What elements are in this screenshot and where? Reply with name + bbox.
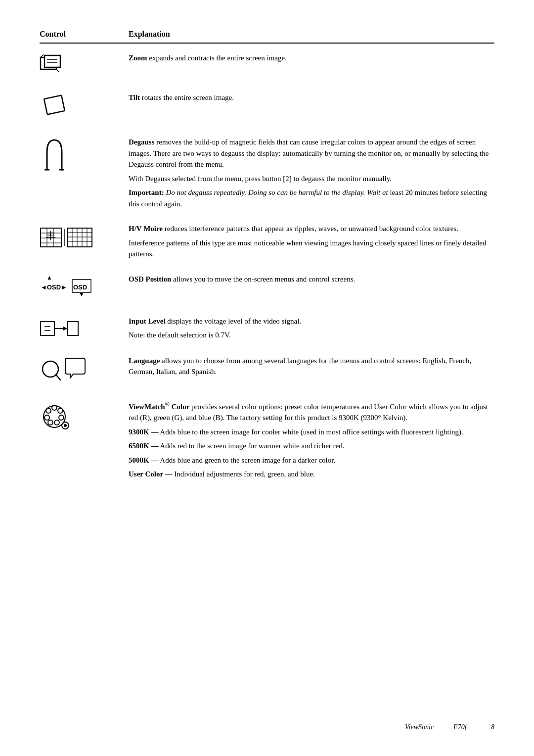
- icon-cell-zoom: [40, 52, 129, 78]
- text-language: Language allows you to choose from among…: [129, 355, 494, 378]
- hv-moire-icon: 丰: [40, 224, 94, 251]
- svg-point-39: [46, 408, 51, 413]
- row-language: Language allows you to choose from among…: [40, 355, 494, 386]
- zoom-icon: [40, 53, 79, 78]
- osd-position-icon: ◄OSD► OSD ▼ ▲: [40, 275, 99, 302]
- icon-cell-language: [40, 355, 129, 386]
- icon-cell-viewmatch: [40, 400, 129, 435]
- icon-cell-input-level: [40, 316, 129, 341]
- row-tilt: Tilt rotates the entire screen image.: [40, 92, 494, 123]
- input-level-icon: [40, 317, 79, 341]
- viewmatch-icon: [40, 401, 79, 435]
- svg-rect-1: [44, 55, 60, 67]
- svg-marker-34: [63, 327, 67, 331]
- icon-cell-hv-moire: 丰: [40, 223, 129, 251]
- row-input-level: Input Level displays the voltage level o…: [40, 316, 494, 341]
- table-header: Control Explanation: [40, 30, 494, 44]
- row-viewmatch: ViewMatch® Color provides several color …: [40, 400, 494, 480]
- text-tilt: Tilt rotates the entire screen image.: [129, 92, 494, 103]
- text-viewmatch: ViewMatch® Color provides several color …: [129, 400, 494, 480]
- text-input-level: Input Level displays the voltage level o…: [129, 316, 494, 341]
- language-icon: [40, 356, 89, 386]
- svg-text:OSD: OSD: [73, 284, 87, 291]
- row-zoom: Zoom expands and contracts the entire sc…: [40, 52, 494, 78]
- svg-rect-35: [67, 322, 78, 335]
- tilt-icon: [40, 93, 69, 123]
- svg-rect-30: [41, 322, 54, 335]
- svg-point-45: [44, 415, 49, 420]
- svg-text:丰: 丰: [46, 230, 56, 241]
- text-hv-moire: H/V Moire reduces interference patterns …: [129, 223, 494, 260]
- footer-page: 8: [491, 723, 494, 731]
- svg-line-3: [56, 69, 59, 72]
- text-degauss: Degauss removes the build-up of magnetic…: [129, 137, 494, 209]
- svg-point-42: [59, 415, 64, 420]
- svg-point-43: [54, 420, 59, 425]
- svg-point-47: [64, 424, 67, 427]
- text-zoom: Zoom expands and contracts the entire sc…: [129, 52, 494, 64]
- page: Control Explanation Zoom expands and con…: [0, 0, 534, 756]
- icon-cell-tilt: [40, 92, 129, 123]
- svg-rect-17: [67, 228, 92, 247]
- footer: ViewSonic E70f+ 8: [405, 723, 494, 731]
- footer-brand: ViewSonic: [405, 723, 434, 731]
- icon-cell-degauss: [40, 137, 129, 177]
- svg-text:▼: ▼: [79, 291, 85, 298]
- row-hv-moire: 丰 H/V Moire reduces interference pattern…: [40, 223, 494, 260]
- svg-text:▲: ▲: [46, 275, 52, 281]
- footer-model: E70f+: [453, 723, 471, 731]
- svg-rect-6: [44, 95, 65, 115]
- icon-cell-osd-position: ◄OSD► OSD ▼ ▲: [40, 274, 129, 302]
- row-degauss: Degauss removes the build-up of magnetic…: [40, 137, 494, 209]
- svg-text:◄OSD►: ◄OSD►: [41, 284, 67, 291]
- text-osd-position: OSD Position allows you to move the on-s…: [129, 274, 494, 285]
- svg-point-41: [58, 408, 63, 413]
- svg-line-37: [56, 375, 60, 380]
- svg-point-44: [48, 420, 53, 425]
- degauss-icon: [40, 138, 69, 177]
- control-header: Control: [40, 30, 129, 39]
- explanation-header: Explanation: [129, 30, 494, 39]
- row-osd-position: ◄OSD► OSD ▼ ▲ OSD Position allows you to…: [40, 274, 494, 302]
